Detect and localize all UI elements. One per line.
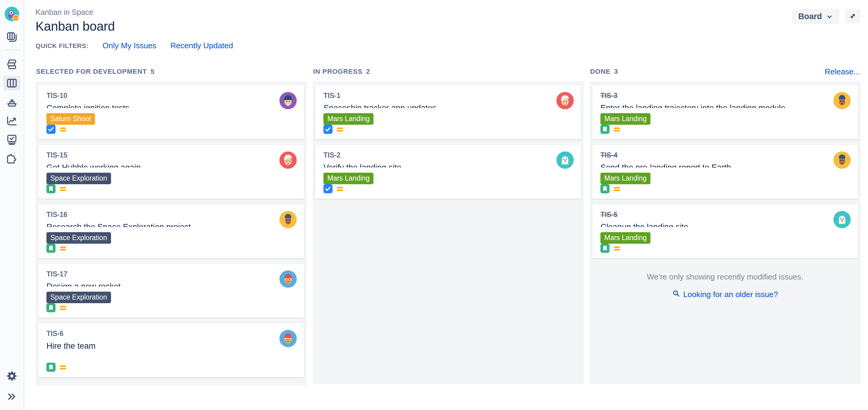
task-type-icon xyxy=(323,184,333,193)
ship-icon xyxy=(6,96,18,108)
issue-key: TIS-5 xyxy=(600,211,617,219)
issue-card-tis-4[interactable]: TIS-4 Send the pre-landing report to Ear… xyxy=(592,145,858,199)
boards-stacked-icon xyxy=(6,31,18,43)
issue-summary: Send the pre-landing report to Earth xyxy=(600,163,760,168)
issue-label-chip: Mars Landing xyxy=(600,173,650,184)
issue-key: TIS-15 xyxy=(46,151,67,159)
filter-only-my-issues[interactable]: Only My Issues xyxy=(102,41,157,50)
sidebar-item-boards[interactable] xyxy=(3,30,20,44)
avatar-capman-yellow[interactable] xyxy=(833,92,851,109)
column-body: TIS-1 Spaceship tracker app updates Mars… xyxy=(312,81,584,384)
issue-label-chip: Mars Landing xyxy=(600,232,650,244)
story-type-icon xyxy=(46,184,56,193)
column-header: SELECTED FOR DEVELOPMENT 5 xyxy=(35,67,307,76)
priority-medium-icon xyxy=(59,304,67,312)
issue-card-tis-16[interactable]: TIS-16 Research the Space Exploration pr… xyxy=(38,204,304,258)
issue-label-chip: Mars Landing xyxy=(323,173,373,184)
story-type-icon xyxy=(600,184,610,193)
issue-meta-icons xyxy=(46,363,67,372)
sidebar-item-settings[interactable] xyxy=(3,369,20,383)
issue-card-tis-6[interactable]: TIS-6 Hire the team xyxy=(38,323,304,377)
priority-medium-icon xyxy=(336,185,344,193)
issue-card-tis-10[interactable]: TIS-10 Complete ignition tests Saturn Sh… xyxy=(38,85,304,139)
older-issue-link-text: Looking for an older issue? xyxy=(683,290,778,299)
sidebar-bottom-group xyxy=(0,369,24,404)
story-type-icon xyxy=(600,244,610,253)
issue-card-tis-3[interactable]: TIS-3 Enter the landing trajectory into … xyxy=(592,85,858,139)
story-type-icon xyxy=(46,303,56,312)
issue-summary: Spaceship tracker app updates xyxy=(323,103,465,108)
issue-meta-icons xyxy=(46,244,67,253)
avatar-beanie-blue[interactable] xyxy=(279,270,297,288)
breadcrumb[interactable]: Kanban in Space xyxy=(35,8,115,17)
issue-summary: Hire the team xyxy=(46,341,124,351)
column-footer: We're only showing recently modified iss… xyxy=(592,264,858,299)
board-menu-label: Board xyxy=(798,12,822,21)
older-issue-link[interactable]: Looking for an older issue? xyxy=(672,290,778,299)
sidebar-item-reports[interactable] xyxy=(3,114,20,128)
issue-meta-icons xyxy=(600,184,621,193)
issue-meta-icons xyxy=(46,184,67,193)
issue-card-tis-1[interactable]: TIS-1 Spaceship tracker app updates Mars… xyxy=(315,85,581,139)
issue-label-chip: Space Exploration xyxy=(46,292,111,303)
issue-label-chip: Saturn Shoot xyxy=(46,113,95,125)
column-body: TIS-10 Complete ignition tests Saturn Sh… xyxy=(35,81,307,385)
chevron-down-icon xyxy=(826,13,833,21)
issue-card-tis-5[interactable]: TIS-5 Cleanup the landing site Mars Land… xyxy=(592,204,858,258)
column-title: DONE xyxy=(590,68,611,76)
sidebar-item-backlog[interactable] xyxy=(3,57,20,71)
sidebar-item-releases[interactable] xyxy=(3,95,20,109)
avatar-ghost-teal[interactable] xyxy=(556,151,574,169)
gear-icon xyxy=(6,370,18,382)
story-type-icon xyxy=(46,363,56,372)
issue-meta-icons xyxy=(323,184,344,193)
double-chevron-right-icon xyxy=(6,390,18,403)
issue-card-tis-15[interactable]: TIS-15 Get Hubble working again Space Ex… xyxy=(38,145,304,199)
sidebar-expand-button[interactable] xyxy=(3,389,20,404)
column-title: IN PROGRESS xyxy=(313,68,363,76)
issue-meta-icons xyxy=(46,303,67,312)
quick-filters-label: QUICK FILTERS: xyxy=(35,42,89,50)
sidebar-item-board-active[interactable] xyxy=(3,76,20,90)
release-link[interactable]: Release... xyxy=(825,67,860,77)
sidebar-item-addons[interactable] xyxy=(3,151,20,166)
issue-key: TIS-2 xyxy=(323,151,340,159)
issue-card-tis-17[interactable]: TIS-17 Design a new rocket Space Explora… xyxy=(38,264,304,318)
board-menu-button[interactable]: Board xyxy=(792,9,839,24)
issue-summary: Verify the landing site xyxy=(323,163,430,168)
issue-summary: Enter the landing trajectory into the la… xyxy=(600,103,814,108)
quick-filters-bar: QUICK FILTERS: Only My Issues Recently U… xyxy=(35,41,868,50)
board-columns-icon xyxy=(6,77,18,89)
issues-pages-icon xyxy=(6,134,18,146)
issue-summary: Complete ignition tests xyxy=(46,103,158,108)
card-list: TIS-10 Complete ignition tests Saturn Sh… xyxy=(38,85,304,377)
issue-summary: Get Hubble working again xyxy=(46,163,169,168)
issue-key: TIS-10 xyxy=(46,92,67,100)
issue-meta-icons xyxy=(600,244,621,253)
avatar-oldman-red[interactable] xyxy=(556,92,574,109)
avatar-capman-yellow[interactable] xyxy=(833,151,851,169)
puzzle-icon xyxy=(6,152,18,165)
issue-card-tis-2[interactable]: TIS-2 Verify the landing site Mars Landi… xyxy=(315,145,581,199)
issue-label-chip: Space Exploration xyxy=(46,232,111,244)
filter-recently-updated[interactable]: Recently Updated xyxy=(170,41,233,50)
avatar-ghost-teal[interactable] xyxy=(833,211,851,228)
sidebar: <> xyxy=(0,0,24,410)
priority-medium-icon xyxy=(613,244,621,253)
issue-key: TIS-3 xyxy=(600,92,617,100)
project-avatar[interactable]: <> xyxy=(5,7,19,21)
avatar-beanie-blue[interactable] xyxy=(279,330,297,347)
column-count: 3 xyxy=(614,68,618,76)
avatar-oldman-red[interactable] xyxy=(279,151,297,169)
issue-key: TIS-6 xyxy=(46,329,63,338)
task-type-icon xyxy=(46,125,56,134)
avatar-capman-yellow[interactable] xyxy=(279,211,297,228)
fullscreen-button[interactable] xyxy=(845,9,861,23)
avatar-sailor-purple[interactable] xyxy=(279,92,297,109)
sidebar-item-issues[interactable] xyxy=(3,132,20,147)
issue-label-chip: Mars Landing xyxy=(600,113,650,125)
column-title: SELECTED FOR DEVELOPMENT xyxy=(36,68,147,76)
issue-key: TIS-17 xyxy=(46,270,67,278)
page-title: Kanban board xyxy=(35,19,115,34)
issue-meta-icons xyxy=(46,125,67,134)
